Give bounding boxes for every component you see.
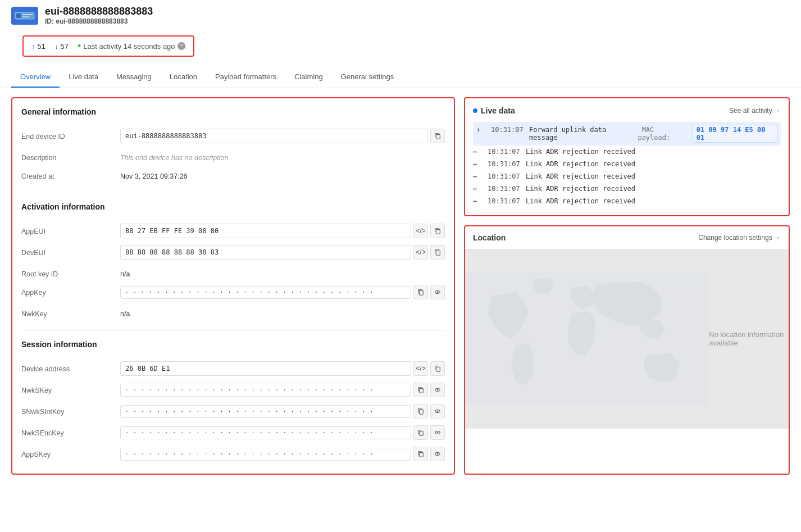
change-location-settings-link[interactable]: Change location settings → [698,234,781,242]
app-eui-input[interactable] [120,224,411,238]
location-header: Location Change location settings → [465,226,789,249]
log-time: 10:31:07 [488,185,521,193]
copy-dev-eui-button[interactable] [430,245,445,260]
show-nwk-s-enc-key-button[interactable] [430,425,445,440]
snwk-s-int-key-input[interactable] [120,405,411,418]
svg-rect-12 [419,388,423,393]
copy-app-s-key-button[interactable] [413,447,428,461]
copy-app-eui-button[interactable] [430,224,445,238]
svg-rect-3 [22,16,30,17]
nwk-s-enc-key-input[interactable] [120,426,411,439]
app-s-key-label: AppSKey [21,447,111,458]
downlink-stat: ↓ 57 [54,42,69,51]
app-key-label: AppKey [21,285,111,297]
copy-nwk-s-enc-key-button[interactable] [413,425,428,440]
app-key-row: AppKey [21,281,445,303]
description-label: Description [21,150,111,162]
log-time: 10:31:07 [488,172,521,180]
map-area: No location information available [465,249,789,429]
app-eui-row: AppEUI </> [21,220,445,242]
copy-device-id-button[interactable] [430,129,445,143]
end-device-id-input[interactable] [120,129,428,143]
tab-live-data[interactable]: Live data [60,67,107,88]
log-time: 10:31:07 [491,126,525,134]
left-panel: General information End device ID Descri… [11,97,455,475]
log-message: Link ADR rejection received [526,197,635,205]
show-app-s-key-button[interactable] [430,447,445,461]
code-device-address-button[interactable]: </> [413,361,428,376]
live-data-title: Live data [473,106,515,115]
end-device-id-label: End device ID [21,129,111,140]
log-message: Link ADR rejection received [526,148,635,156]
tab-overview[interactable]: Overview [11,67,60,88]
app-s-key-input[interactable] [120,448,411,461]
svg-rect-5 [436,134,440,139]
svg-rect-11 [436,367,440,371]
log-payload-label: MAC payload: [638,126,688,142]
log-time: 10:31:07 [488,197,521,205]
svg-rect-8 [419,290,423,295]
nwk-s-key-input[interactable] [120,384,411,397]
no-location-text: No location information available [709,330,789,347]
tab-messaging[interactable]: Messaging [107,67,161,88]
live-data-panel: Live data See all activity → ↑ 10:31:07 … [464,97,790,216]
bidirectional-log-icon: ↔ [473,185,483,193]
svg-rect-6 [436,229,440,234]
copy-device-address-button[interactable] [430,361,445,376]
dev-eui-row: DevEUI </> [21,242,445,263]
activity-dot-icon: • [78,41,81,51]
show-snwk-s-int-key-button[interactable] [430,404,445,419]
root-key-id-label: Root key ID [21,266,111,278]
created-at-value: Nov 3, 2021 09:37:26 [120,169,445,180]
log-row: ↔ 10:31:07 Link ADR rejection received [473,158,781,170]
tab-location[interactable]: Location [161,67,206,88]
live-data-header: Live data See all activity → [473,106,781,115]
nwk-s-enc-key-label: NwkSEncKey [21,425,111,437]
log-row: ↑ 10:31:07 Forward uplink data message M… [473,122,781,145]
status-bar: ↑ 51 ↓ 57 • Last activity 14 seconds ago… [22,35,194,57]
bidirectional-log-icon: ↔ [473,160,483,168]
device-address-input[interactable] [120,361,411,376]
tab-payload-formatters[interactable]: Payload formatters [206,67,285,88]
log-message: Link ADR rejection received [526,185,635,193]
svg-point-4 [31,13,33,15]
location-title: Location [473,233,506,242]
tab-general-settings[interactable]: General settings [332,67,403,88]
nwk-key-value: n/a [120,306,445,318]
uplink-count: 51 [38,42,45,51]
activity-stat: • Last activity 14 seconds ago ? [78,41,185,51]
app-key-input[interactable] [120,286,411,299]
right-panel: Live data See all activity → ↑ 10:31:07 … [464,97,790,475]
dev-eui-label: DevEUI [21,245,111,257]
dev-eui-input[interactable] [120,245,411,260]
root-key-id-row: Root key ID n/a [21,263,445,281]
copy-snwk-s-int-key-button[interactable] [413,404,428,419]
code-dev-eui-button[interactable]: </> [413,245,428,260]
log-time: 10:31:07 [488,160,521,168]
svg-rect-21 [419,452,423,457]
svg-rect-18 [419,431,423,435]
code-app-eui-button[interactable]: </> [413,224,428,238]
svg-point-14 [437,389,439,391]
copy-app-key-button[interactable] [413,285,428,299]
snwk-s-int-key-label: SNwkSIntKey [21,404,111,416]
log-message: Forward uplink data message [529,126,633,142]
copy-nwk-s-key-button[interactable] [413,383,428,397]
log-row: ↔ 10:31:07 Link ADR rejection received [473,183,781,195]
downlink-arrow-icon: ↓ [54,42,58,51]
show-nwk-s-key-button[interactable] [430,383,445,397]
device-id-value: eui-8888888888883883 [56,17,128,25]
log-payload-value: 01 09 97 14 E5 00 01 [693,125,777,143]
map-svg [465,271,709,406]
svg-rect-15 [419,410,423,414]
nwk-key-row: NwkKey n/a [21,303,445,321]
see-all-activity-link[interactable]: See all activity → [729,107,781,115]
uplink-arrow-icon: ↑ [31,42,35,51]
description-value: This end device has no description [120,150,445,162]
tab-claiming[interactable]: Claiming [285,67,332,88]
log-message: Link ADR rejection received [526,160,635,168]
end-device-id-row: End device ID [21,125,445,147]
log-row: ↔ 10:31:07 Link ADR rejection received [473,195,781,207]
help-icon[interactable]: ? [178,42,185,50]
show-app-key-button[interactable] [430,285,445,299]
